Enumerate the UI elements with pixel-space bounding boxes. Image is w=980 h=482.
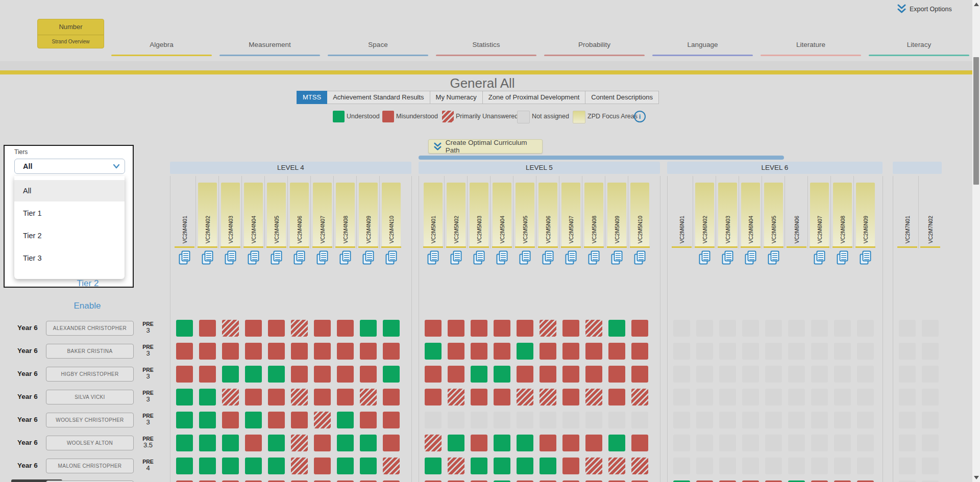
result-cell-p[interactable] bbox=[608, 458, 625, 474]
result-cell-g[interactable] bbox=[222, 435, 239, 451]
result-cell-r[interactable] bbox=[199, 320, 216, 337]
result-cell-n[interactable] bbox=[899, 412, 916, 428]
result-cell-r[interactable] bbox=[448, 343, 464, 360]
result-cell-r[interactable] bbox=[631, 320, 648, 337]
result-cell-n[interactable] bbox=[448, 412, 464, 428]
view-tab-mtss[interactable]: MTSS bbox=[297, 91, 327, 104]
result-cell-r[interactable] bbox=[608, 343, 625, 360]
scroll-up-arrow-icon[interactable] bbox=[974, 3, 979, 6]
result-cell-r[interactable] bbox=[540, 343, 556, 360]
result-cell-n[interactable] bbox=[517, 412, 533, 428]
result-cell-p[interactable] bbox=[314, 412, 331, 428]
result-cell-g[interactable] bbox=[176, 435, 193, 451]
result-cell-n[interactable] bbox=[765, 458, 782, 474]
result-cell-n[interactable] bbox=[719, 366, 736, 383]
result-cell-n[interactable] bbox=[673, 389, 690, 405]
result-cell-n[interactable] bbox=[811, 389, 828, 405]
result-cell-g[interactable] bbox=[176, 412, 193, 428]
result-cell-g[interactable] bbox=[608, 435, 625, 451]
tier-option-tier-2[interactable]: Tier 2 bbox=[14, 225, 125, 246]
result-cell-g[interactable] bbox=[383, 366, 400, 383]
result-cell-n[interactable] bbox=[742, 435, 759, 451]
result-cell-n[interactable] bbox=[471, 412, 487, 428]
result-cell-n[interactable] bbox=[811, 435, 828, 451]
result-cell-g[interactable] bbox=[540, 458, 556, 474]
result-cell-n[interactable] bbox=[834, 343, 851, 360]
student-name-button[interactable]: MALONE CHRISTOPHER bbox=[46, 459, 134, 473]
result-cell-n[interactable] bbox=[811, 412, 828, 428]
result-cell-n[interactable] bbox=[696, 343, 713, 360]
result-cell-g[interactable] bbox=[471, 458, 487, 474]
result-cell-r[interactable] bbox=[360, 366, 377, 383]
result-cell-r[interactable] bbox=[608, 389, 625, 405]
document-icon[interactable] bbox=[859, 250, 872, 265]
result-cell-g[interactable] bbox=[245, 366, 262, 383]
document-icon[interactable] bbox=[767, 250, 780, 265]
result-cell-n[interactable] bbox=[857, 458, 874, 474]
info-icon[interactable]: i bbox=[634, 111, 646, 122]
scrollbar-thumb[interactable] bbox=[973, 57, 979, 185]
result-cell-r[interactable] bbox=[494, 320, 510, 337]
result-cell-r[interactable] bbox=[245, 435, 262, 451]
result-cell-r[interactable] bbox=[631, 343, 648, 360]
result-cell-r[interactable] bbox=[425, 320, 442, 337]
result-cell-p[interactable] bbox=[448, 389, 464, 405]
student-name-button[interactable]: SILVA VICKI bbox=[46, 390, 134, 404]
result-cell-r[interactable] bbox=[383, 412, 400, 428]
result-cell-r[interactable] bbox=[222, 343, 239, 360]
result-cell-r[interactable] bbox=[448, 320, 464, 337]
result-cell-n[interactable] bbox=[765, 320, 782, 337]
result-cell-r[interactable] bbox=[291, 412, 308, 428]
result-cell-n[interactable] bbox=[765, 412, 782, 428]
result-cell-n[interactable] bbox=[719, 389, 736, 405]
result-cell-g[interactable] bbox=[360, 320, 377, 337]
result-cell-r[interactable] bbox=[245, 320, 262, 337]
result-cell-r[interactable] bbox=[631, 435, 648, 451]
result-cell-r[interactable] bbox=[562, 320, 579, 337]
result-cell-n[interactable] bbox=[608, 412, 625, 428]
document-icon[interactable] bbox=[292, 250, 306, 265]
result-cell-r[interactable] bbox=[562, 389, 579, 405]
export-options-button[interactable]: Export Options bbox=[897, 4, 952, 14]
result-cell-n[interactable] bbox=[673, 435, 690, 451]
result-cell-r[interactable] bbox=[337, 366, 354, 383]
result-cell-g[interactable] bbox=[494, 458, 510, 474]
tiers-select[interactable]: All bbox=[14, 159, 125, 174]
result-cell-p[interactable] bbox=[631, 458, 648, 474]
result-cell-n[interactable] bbox=[811, 320, 828, 337]
result-cell-r[interactable] bbox=[383, 343, 400, 360]
result-cell-n[interactable] bbox=[899, 458, 916, 474]
strand-tab-measurement[interactable]: Measurement bbox=[219, 37, 320, 56]
result-cell-n[interactable] bbox=[696, 412, 713, 428]
document-icon[interactable] bbox=[472, 250, 485, 265]
result-cell-r[interactable] bbox=[199, 366, 216, 383]
result-cell-n[interactable] bbox=[494, 412, 510, 428]
result-cell-g[interactable] bbox=[517, 435, 533, 451]
enable-link[interactable]: Enable bbox=[46, 301, 128, 311]
document-icon[interactable] bbox=[247, 250, 260, 265]
result-cell-n[interactable] bbox=[562, 412, 579, 428]
student-name-button[interactable]: HIGBY CHRISTOPHER bbox=[46, 367, 134, 382]
document-icon[interactable] bbox=[836, 250, 849, 265]
result-cell-p[interactable] bbox=[425, 435, 442, 451]
result-cell-r[interactable] bbox=[360, 343, 377, 360]
result-cell-p[interactable] bbox=[585, 458, 602, 474]
result-cell-n[interactable] bbox=[742, 412, 759, 428]
view-tab-my-numeracy[interactable]: My Numeracy bbox=[430, 91, 483, 104]
result-cell-g[interactable] bbox=[268, 366, 285, 383]
result-cell-n[interactable] bbox=[788, 412, 805, 428]
document-icon[interactable] bbox=[201, 250, 214, 265]
result-cell-r[interactable] bbox=[494, 389, 510, 405]
result-cell-r[interactable] bbox=[314, 343, 331, 360]
result-cell-r[interactable] bbox=[314, 320, 331, 337]
strand-selector-button[interactable]: Number Strand Overview bbox=[37, 19, 104, 48]
result-cell-r[interactable] bbox=[448, 366, 464, 383]
result-cell-g[interactable] bbox=[245, 412, 262, 428]
document-icon[interactable] bbox=[587, 250, 600, 265]
result-cell-n[interactable] bbox=[834, 412, 851, 428]
student-name-button[interactable]: BAKER CRISTINA bbox=[46, 344, 134, 359]
result-cell-n[interactable] bbox=[834, 435, 851, 451]
document-icon[interactable] bbox=[361, 250, 375, 265]
result-cell-r[interactable] bbox=[222, 412, 239, 428]
result-cell-r[interactable] bbox=[585, 366, 602, 383]
